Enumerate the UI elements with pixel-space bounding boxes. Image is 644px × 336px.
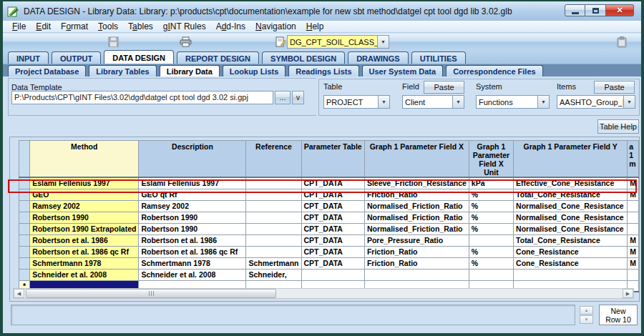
cell-graph1-x-unit[interactable]: %	[469, 212, 513, 223]
tab-utilities[interactable]: UTILITIES	[411, 51, 466, 64]
cell-graph1-y-unit-clipped[interactable]: M	[628, 246, 639, 257]
print-button[interactable]	[178, 35, 192, 49]
cell-graph1-x-unit[interactable]: %	[469, 223, 513, 234]
row-selector[interactable]	[19, 200, 30, 212]
row-selector[interactable]	[19, 246, 30, 257]
chevron-down-icon[interactable]: ▼	[377, 36, 389, 48]
cell-parameter-table[interactable]: CPT_DATA	[301, 257, 364, 269]
scrollbar-track[interactable]	[276, 289, 623, 298]
cell-graph1-y[interactable]: Effective_Cone_Resistance	[514, 177, 628, 189]
cell-graph1-y[interactable]: Normalised_Cone_Resistance	[514, 212, 628, 223]
cell-graph1-x[interactable]: Normalised_Friction_Ratio	[364, 223, 469, 234]
cell-parameter-table[interactable]: CPT_DATA	[301, 212, 364, 223]
cell-parameter-table[interactable]: CPT_DATA	[301, 177, 364, 189]
field-select[interactable]: Client ▼	[402, 95, 464, 109]
cell-graph1-x-unit[interactable]: %	[469, 200, 513, 212]
tab-data-design[interactable]: DATA DESIGN	[104, 50, 174, 64]
open-form-button[interactable]	[273, 35, 288, 49]
cell-graph1-y-unit-clipped[interactable]	[628, 212, 639, 223]
tab-symbol-design[interactable]: SYMBOL DESIGN	[262, 51, 345, 64]
cell-graph1-y[interactable]: Total_Cone_Resistance	[514, 189, 628, 200]
cell-reference[interactable]	[246, 234, 301, 246]
cell-graph1-y-unit-clipped[interactable]	[628, 200, 639, 212]
menu-gint-rules[interactable]: gINT Rules	[158, 21, 211, 32]
cell-method[interactable]: Robertson et al. 1986 qc Rf	[30, 246, 139, 257]
save-button[interactable]	[106, 35, 120, 49]
tab-library-tables[interactable]: Library Tables	[89, 65, 156, 76]
menu-navigation[interactable]: Navigation	[250, 21, 301, 32]
cell-reference[interactable]	[246, 212, 301, 223]
cell-reference[interactable]	[246, 223, 301, 234]
cell-reference[interactable]	[246, 177, 301, 189]
cell-description[interactable]: Schmertmann 1978	[139, 257, 246, 269]
cell-description[interactable]: Eslami Fellenius 1997	[139, 177, 246, 189]
menu-tables[interactable]: Tables	[123, 21, 158, 32]
cell-graph1-x-unit[interactable]: %	[469, 189, 513, 200]
cell-description[interactable]: Robertson et al. 1986	[139, 234, 246, 246]
browse-button[interactable]: ...	[275, 91, 291, 104]
row-selector[interactable]	[19, 177, 30, 189]
menu-add-ins[interactable]: Add-Ins	[211, 21, 250, 32]
rules-combobox[interactable]: DG_CPT_SOIL_CLASS_METHOD ▼	[287, 35, 389, 49]
cell-description[interactable]: Robertson 1990	[139, 223, 246, 234]
field-paste-button[interactable]: Paste	[424, 81, 464, 94]
tab-report-design[interactable]: REPORT DESIGN	[177, 51, 259, 64]
row-selector[interactable]	[19, 257, 30, 269]
cell-parameter-table[interactable]: CPT_DATA	[301, 200, 364, 212]
scrollbar-thumb[interactable]	[26, 289, 276, 298]
cell-graph1-y-unit-clipped[interactable]	[628, 269, 639, 280]
tab-input[interactable]: INPUT	[8, 51, 49, 64]
cell-graph1-x-unit[interactable]: kPa	[469, 177, 513, 189]
cell-description[interactable]: Robertson et al. 1986 qc Rf	[139, 246, 246, 257]
cell-graph1-x[interactable]: Friction_Ratio	[364, 257, 469, 269]
tab-output[interactable]: OUTPUT	[52, 51, 101, 64]
cell-graph1-y[interactable]: Cone_Resistance	[514, 257, 628, 269]
system-select[interactable]: Functions ▼	[476, 95, 550, 109]
row-selector[interactable]	[19, 223, 30, 234]
horizontal-scrollbar[interactable]: ◀ ▶	[13, 288, 634, 299]
menu-edit[interactable]: Edit	[31, 21, 56, 32]
cell-graph1-x-unit[interactable]	[469, 234, 513, 246]
close-button[interactable]: ✕	[606, 4, 634, 16]
table-select[interactable]: PROJECT ▼	[323, 95, 390, 109]
cell-graph1-x[interactable]: Normalised_Friction_Ratio	[364, 200, 469, 212]
cell-graph1-x[interactable]: Friction_Ratio	[364, 189, 469, 200]
cell-reference[interactable]: Schneider,	[246, 269, 301, 280]
cell-graph1-x-unit[interactable]	[469, 269, 513, 280]
cell-method[interactable]: Robertson 1990	[30, 212, 139, 223]
cell-parameter-table[interactable]: CPT_DATA	[301, 246, 364, 257]
tab-library-data[interactable]: Library Data	[160, 65, 220, 76]
row-selector[interactable]	[19, 269, 30, 280]
cell-graph1-x-unit[interactable]: %	[469, 246, 513, 257]
cell-method[interactable]: Schneider et al. 2008	[30, 269, 139, 280]
row-selector[interactable]	[19, 234, 30, 246]
cell-parameter-table[interactable]	[301, 269, 364, 280]
row-selector[interactable]	[19, 189, 30, 200]
chevron-down-icon[interactable]: ▼	[537, 96, 549, 108]
cell-reference[interactable]	[246, 189, 301, 200]
tab-user-system-data[interactable]: User System Data	[362, 65, 444, 76]
cell-method[interactable]: Eslami Fellenius 1997	[30, 177, 139, 189]
cell-method[interactable]: GEO	[30, 189, 139, 200]
cell-graph1-x[interactable]	[364, 269, 469, 280]
menu-help[interactable]: Help	[301, 21, 329, 32]
tab-drawings[interactable]: DRAWINGS	[348, 51, 409, 64]
cell-graph1-y-unit-clipped[interactable]: M	[628, 177, 639, 189]
tab-correspondence-files[interactable]: Correspondence Files	[446, 65, 543, 76]
chevron-down-icon[interactable]: ▼	[623, 96, 635, 108]
chevron-down-icon[interactable]: ▼	[378, 96, 389, 108]
cell-graph1-y-unit-clipped[interactable]: M	[628, 257, 639, 269]
maximize-button[interactable]	[585, 4, 606, 16]
cell-description[interactable]: GEO qt Rf	[139, 189, 246, 200]
cell-method[interactable]: Robertson 1990 Extrapolated	[30, 223, 139, 234]
cell-graph1-y[interactable]: Total_Cone_Resistance	[514, 234, 628, 246]
cell-description[interactable]: Schneider et al. 2008	[139, 269, 246, 280]
table-help-button[interactable]: Table Help	[597, 119, 639, 134]
cell-parameter-table[interactable]: CPT_DATA	[301, 189, 364, 200]
cell-graph1-y[interactable]	[514, 269, 628, 280]
cell-graph1-y[interactable]: Normalised_Cone_Resistance	[514, 200, 628, 212]
cell-description[interactable]: Ramsey 2002	[139, 200, 246, 212]
cell-graph1-y-unit-clipped[interactable]: M	[628, 189, 639, 200]
tab-project-database[interactable]: Project Database	[8, 65, 86, 76]
cell-graph1-x[interactable]: Friction_Ratio	[364, 246, 469, 257]
